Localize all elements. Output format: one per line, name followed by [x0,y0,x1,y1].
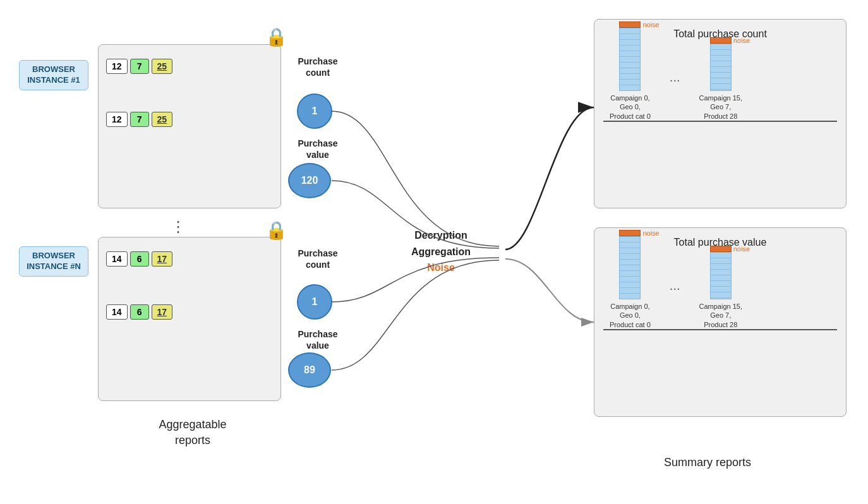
bar-label-1-2: Campaign 15,Geo 7,Product 28 [699,93,743,121]
cell-n-1-2: 6 [130,251,149,267]
diagram: BROWSER INSTANCE #1 BROWSER INSTANCE #N … [0,0,868,504]
aggregation-label: Aggregation [390,244,491,260]
bar-label-2-2: Campaign 15,Geo 7,Product 28 [699,302,743,329]
lock-icon-1: 🔒 [265,27,287,47]
bar-main-1-1 [619,28,641,91]
cell-n-1-3: 17 [152,251,173,267]
purchase-value-label-1: Purchase value [289,138,346,160]
purchase-count-label-n: Purchase count [289,248,346,270]
cell-1-2-1: 12 [106,112,128,127]
noise-label-2-2: noise [733,245,750,253]
chart-area-2: noise Campaign 0,Geo 0,Product cat 0 ...… [603,255,837,330]
purchase-count-label-1: Purchase count [289,56,346,78]
bar-noise-2-2: noise [710,246,732,252]
cell-n-1-1: 14 [106,251,128,267]
decryption-label: Decryption [390,227,491,244]
bar-noise-1-2: noise [710,37,732,44]
bar-main-2-2 [710,252,732,299]
data-row-1-2: 12 7 25 [106,112,273,127]
report-box-1: 12 7 25 12 7 25 [98,44,281,208]
cell-n-2-2: 6 [130,304,149,320]
bar-group-2-1: noise Campaign 0,Geo 0,Product cat 0 [610,230,651,329]
purchase-count-circle-1: 1 [297,93,332,129]
noise-label-1-2: noise [733,37,750,44]
noise-label-2-1: noise [642,229,659,237]
noise-label: Noise [390,260,491,276]
cell-1-1-2: 7 [130,59,149,74]
summary-chart-1: Total purchase count noise Campaign 0,Ge… [594,19,847,208]
chart-dots-2: ... [670,279,680,306]
browser-instance-1-label: BROWSER INSTANCE #1 [19,60,88,90]
purchase-count-circle-n: 1 [297,284,332,320]
aggregatable-reports-label: Aggregatable reports [101,417,284,448]
purchase-value-circle-n: 89 [288,352,331,388]
purchase-value-label-n: Purchase value [289,328,346,351]
data-row-n-2: 14 6 17 [106,304,273,320]
bar-main-2-1 [619,236,641,299]
bar-label-2-1: Campaign 0,Geo 0,Product cat 0 [610,302,651,329]
bar-group-2-2: noise Campaign 15,Geo 7,Product 28 [699,246,743,329]
cell-1-2-3: 25 [152,112,173,127]
data-row-n-1: 14 6 17 [106,251,273,267]
bar-noise-2-1: noise [619,230,641,236]
lock-icon-n: 🔒 [265,220,287,241]
middle-process-label: Decryption Aggregation Noise [390,227,491,276]
bar-group-1-1: noise Campaign 0,Geo 0,Product cat 0 [610,21,651,121]
summary-reports-label: Summary reports [619,455,796,471]
summary-chart-2: Total purchase value noise Campaign 0,Ge… [594,227,847,417]
cell-n-2-3: 17 [152,304,173,320]
cell-1-1-3: 25 [152,59,173,74]
bar-label-1-1: Campaign 0,Geo 0,Product cat 0 [610,93,651,121]
data-row-1-1: 12 7 25 [106,59,273,74]
ellipsis-between-boxes: ⋮ [171,218,186,236]
cell-1-1-1: 12 [106,59,128,74]
bar-noise-1-1: noise [619,21,641,28]
purchase-value-circle-1: 120 [288,163,331,198]
browser-instance-n-label: BROWSER INSTANCE #N [19,246,88,277]
noise-label-1-1: noise [642,21,659,28]
report-box-n: 14 6 17 14 6 17 [98,237,281,401]
cell-1-2-2: 7 [130,112,149,127]
cell-n-2-1: 14 [106,304,128,320]
bar-group-1-2: noise Campaign 15,Geo 7,Product 28 [699,37,743,121]
chart-dots-1: ... [670,70,680,97]
bar-main-1-2 [710,44,732,91]
chart-area-1: noise Campaign 0,Geo 0,Product cat 0 ...… [603,46,837,122]
